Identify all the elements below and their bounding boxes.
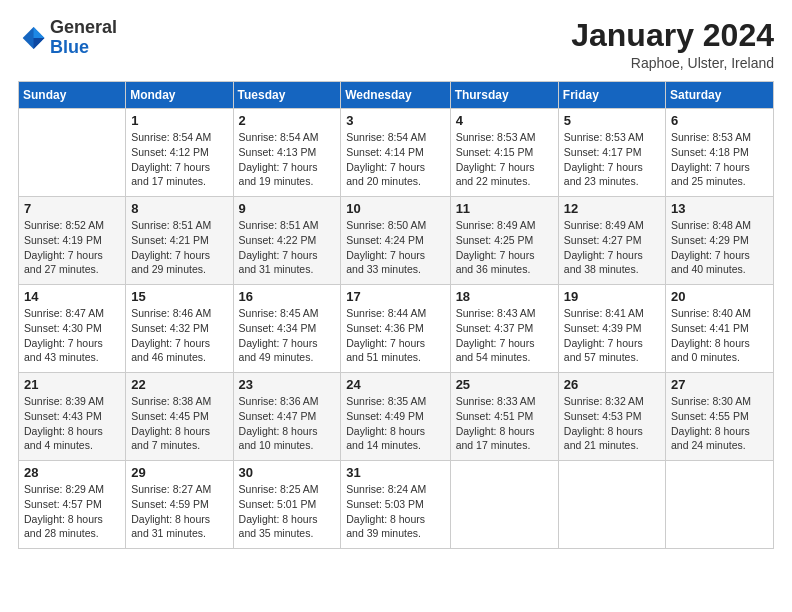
daylight-text: Daylight: 7 hours and 29 minutes. <box>131 248 227 277</box>
calendar-cell: 2Sunrise: 8:54 AMSunset: 4:13 PMDaylight… <box>233 109 341 197</box>
sunset-text: Sunset: 4:19 PM <box>24 233 120 248</box>
calendar-cell: 23Sunrise: 8:36 AMSunset: 4:47 PMDayligh… <box>233 373 341 461</box>
sunrise-text: Sunrise: 8:47 AM <box>24 306 120 321</box>
calendar-cell: 5Sunrise: 8:53 AMSunset: 4:17 PMDaylight… <box>558 109 665 197</box>
calendar-cell: 7Sunrise: 8:52 AMSunset: 4:19 PMDaylight… <box>19 197 126 285</box>
sunrise-text: Sunrise: 8:35 AM <box>346 394 444 409</box>
calendar-cell: 18Sunrise: 8:43 AMSunset: 4:37 PMDayligh… <box>450 285 558 373</box>
sunset-text: Sunset: 4:13 PM <box>239 145 336 160</box>
day-number: 7 <box>24 201 120 216</box>
sunset-text: Sunset: 4:22 PM <box>239 233 336 248</box>
calendar-cell: 8Sunrise: 8:51 AMSunset: 4:21 PMDaylight… <box>126 197 233 285</box>
day-number: 28 <box>24 465 120 480</box>
calendar-cell: 26Sunrise: 8:32 AMSunset: 4:53 PMDayligh… <box>558 373 665 461</box>
day-number: 3 <box>346 113 444 128</box>
day-number: 6 <box>671 113 768 128</box>
weekday-header-sunday: Sunday <box>19 82 126 109</box>
sunset-text: Sunset: 5:03 PM <box>346 497 444 512</box>
weekday-header-tuesday: Tuesday <box>233 82 341 109</box>
calendar-cell: 30Sunrise: 8:25 AMSunset: 5:01 PMDayligh… <box>233 461 341 549</box>
day-info: Sunrise: 8:24 AMSunset: 5:03 PMDaylight:… <box>346 482 444 541</box>
logo-general-text: General <box>50 17 117 37</box>
calendar-cell: 6Sunrise: 8:53 AMSunset: 4:18 PMDaylight… <box>666 109 774 197</box>
day-number: 5 <box>564 113 660 128</box>
header: General Blue January 2024 Raphoe, Ulster… <box>18 18 774 71</box>
day-number: 26 <box>564 377 660 392</box>
sunrise-text: Sunrise: 8:41 AM <box>564 306 660 321</box>
week-row-4: 21Sunrise: 8:39 AMSunset: 4:43 PMDayligh… <box>19 373 774 461</box>
day-number: 27 <box>671 377 768 392</box>
day-number: 8 <box>131 201 227 216</box>
day-number: 25 <box>456 377 553 392</box>
day-info: Sunrise: 8:46 AMSunset: 4:32 PMDaylight:… <box>131 306 227 365</box>
sunrise-text: Sunrise: 8:53 AM <box>456 130 553 145</box>
daylight-text: Daylight: 8 hours and 4 minutes. <box>24 424 120 453</box>
sunrise-text: Sunrise: 8:46 AM <box>131 306 227 321</box>
daylight-text: Daylight: 7 hours and 40 minutes. <box>671 248 768 277</box>
day-number: 2 <box>239 113 336 128</box>
weekday-header-row: SundayMondayTuesdayWednesdayThursdayFrid… <box>19 82 774 109</box>
sunset-text: Sunset: 4:53 PM <box>564 409 660 424</box>
calendar-cell: 13Sunrise: 8:48 AMSunset: 4:29 PMDayligh… <box>666 197 774 285</box>
daylight-text: Daylight: 7 hours and 46 minutes. <box>131 336 227 365</box>
sunset-text: Sunset: 4:51 PM <box>456 409 553 424</box>
daylight-text: Daylight: 8 hours and 21 minutes. <box>564 424 660 453</box>
daylight-text: Daylight: 8 hours and 39 minutes. <box>346 512 444 541</box>
sunset-text: Sunset: 4:14 PM <box>346 145 444 160</box>
week-row-5: 28Sunrise: 8:29 AMSunset: 4:57 PMDayligh… <box>19 461 774 549</box>
calendar-cell <box>558 461 665 549</box>
calendar-cell: 29Sunrise: 8:27 AMSunset: 4:59 PMDayligh… <box>126 461 233 549</box>
sunset-text: Sunset: 4:49 PM <box>346 409 444 424</box>
day-number: 17 <box>346 289 444 304</box>
daylight-text: Daylight: 8 hours and 7 minutes. <box>131 424 227 453</box>
day-number: 31 <box>346 465 444 480</box>
logo-icon <box>18 24 46 52</box>
sunset-text: Sunset: 4:59 PM <box>131 497 227 512</box>
location: Raphoe, Ulster, Ireland <box>571 55 774 71</box>
sunrise-text: Sunrise: 8:51 AM <box>131 218 227 233</box>
week-row-3: 14Sunrise: 8:47 AMSunset: 4:30 PMDayligh… <box>19 285 774 373</box>
day-info: Sunrise: 8:52 AMSunset: 4:19 PMDaylight:… <box>24 218 120 277</box>
sunrise-text: Sunrise: 8:30 AM <box>671 394 768 409</box>
sunset-text: Sunset: 4:12 PM <box>131 145 227 160</box>
daylight-text: Daylight: 7 hours and 17 minutes. <box>131 160 227 189</box>
daylight-text: Daylight: 8 hours and 17 minutes. <box>456 424 553 453</box>
day-info: Sunrise: 8:29 AMSunset: 4:57 PMDaylight:… <box>24 482 120 541</box>
sunrise-text: Sunrise: 8:43 AM <box>456 306 553 321</box>
sunset-text: Sunset: 4:36 PM <box>346 321 444 336</box>
calendar-cell <box>19 109 126 197</box>
week-row-1: 1Sunrise: 8:54 AMSunset: 4:12 PMDaylight… <box>19 109 774 197</box>
title-block: January 2024 Raphoe, Ulster, Ireland <box>571 18 774 71</box>
sunrise-text: Sunrise: 8:49 AM <box>564 218 660 233</box>
daylight-text: Daylight: 8 hours and 10 minutes. <box>239 424 336 453</box>
sunset-text: Sunset: 5:01 PM <box>239 497 336 512</box>
day-number: 24 <box>346 377 444 392</box>
calendar-cell: 20Sunrise: 8:40 AMSunset: 4:41 PMDayligh… <box>666 285 774 373</box>
calendar-cell: 1Sunrise: 8:54 AMSunset: 4:12 PMDaylight… <box>126 109 233 197</box>
day-info: Sunrise: 8:44 AMSunset: 4:36 PMDaylight:… <box>346 306 444 365</box>
day-info: Sunrise: 8:54 AMSunset: 4:14 PMDaylight:… <box>346 130 444 189</box>
sunset-text: Sunset: 4:27 PM <box>564 233 660 248</box>
weekday-header-monday: Monday <box>126 82 233 109</box>
day-info: Sunrise: 8:43 AMSunset: 4:37 PMDaylight:… <box>456 306 553 365</box>
day-number: 16 <box>239 289 336 304</box>
sunrise-text: Sunrise: 8:48 AM <box>671 218 768 233</box>
day-info: Sunrise: 8:35 AMSunset: 4:49 PMDaylight:… <box>346 394 444 453</box>
daylight-text: Daylight: 7 hours and 57 minutes. <box>564 336 660 365</box>
day-number: 9 <box>239 201 336 216</box>
logo-text: General Blue <box>50 18 117 58</box>
sunrise-text: Sunrise: 8:40 AM <box>671 306 768 321</box>
sunset-text: Sunset: 4:43 PM <box>24 409 120 424</box>
day-info: Sunrise: 8:54 AMSunset: 4:13 PMDaylight:… <box>239 130 336 189</box>
daylight-text: Daylight: 7 hours and 51 minutes. <box>346 336 444 365</box>
daylight-text: Daylight: 8 hours and 31 minutes. <box>131 512 227 541</box>
daylight-text: Daylight: 7 hours and 25 minutes. <box>671 160 768 189</box>
sunrise-text: Sunrise: 8:25 AM <box>239 482 336 497</box>
day-info: Sunrise: 8:47 AMSunset: 4:30 PMDaylight:… <box>24 306 120 365</box>
sunset-text: Sunset: 4:17 PM <box>564 145 660 160</box>
sunrise-text: Sunrise: 8:54 AM <box>239 130 336 145</box>
calendar-cell: 19Sunrise: 8:41 AMSunset: 4:39 PMDayligh… <box>558 285 665 373</box>
daylight-text: Daylight: 8 hours and 24 minutes. <box>671 424 768 453</box>
day-number: 4 <box>456 113 553 128</box>
calendar-cell: 27Sunrise: 8:30 AMSunset: 4:55 PMDayligh… <box>666 373 774 461</box>
